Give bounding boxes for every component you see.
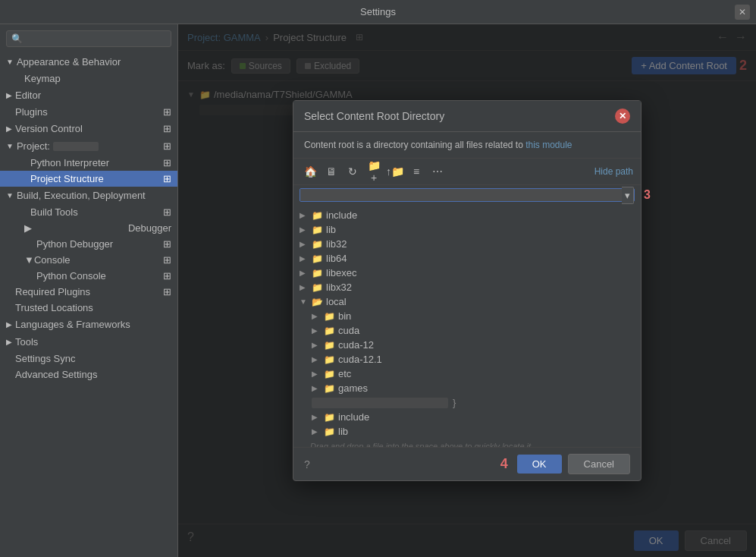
toolbar-refresh-button[interactable]: ↻ <box>343 163 362 180</box>
blurred-brace: } <box>453 397 456 408</box>
tree-arrow-icon: ▶ <box>300 269 309 277</box>
sidebar-label: Settings Sync <box>15 353 76 364</box>
sidebar-item-required-plugins[interactable]: Required Plugins ⊞ <box>0 284 177 300</box>
tree-item[interactable]: ▶ 📁 cuda <box>300 323 635 338</box>
sidebar-label: Build, Execution, Deployment <box>17 190 146 201</box>
arrow-icon: ▼ <box>6 142 14 150</box>
dialog-ok-button[interactable]: OK <box>517 455 562 474</box>
sidebar-item-python-debugger[interactable]: Python Debugger ⊞ <box>0 236 177 252</box>
tree-arrow-icon: ▶ <box>312 384 321 392</box>
path-input-blurred <box>300 189 634 201</box>
search-input[interactable] <box>6 30 171 47</box>
tree-arrow-icon: ▶ <box>312 413 321 421</box>
dialog-cancel-button[interactable]: Cancel <box>568 454 630 474</box>
tree-arrow-icon: ▶ <box>312 427 321 436</box>
folder-icon: 📁 <box>312 239 323 250</box>
dialog-close-button[interactable]: ✕ <box>615 109 630 124</box>
folder-icon: 📁 <box>324 369 335 379</box>
tree-item-label: libx32 <box>326 282 352 293</box>
path-dropdown-button[interactable]: ▾ <box>622 187 634 204</box>
tree-item[interactable]: ▶ 📁 include <box>300 208 635 222</box>
folder-icon: 📁 <box>312 225 323 235</box>
folder-icon: 📁 <box>324 426 335 437</box>
badge-icon: ⊞ <box>163 254 171 266</box>
sidebar-label: Project: <box>17 140 50 152</box>
folder-icon: 📁 <box>324 311 335 322</box>
sidebar-item-keymap[interactable]: Keymap <box>0 71 177 87</box>
dialog: Select Content Root Directory ✕ Content … <box>293 100 642 481</box>
tree-item[interactable]: ▶ 📁 lib32 <box>300 237 635 251</box>
sidebar-item-build-execution[interactable]: ▼ Build, Execution, Deployment <box>0 187 177 204</box>
toolbar-collapse-button[interactable]: ≡ <box>407 163 425 180</box>
arrow-icon: ▼ <box>24 254 34 266</box>
sidebar-item-python-interpreter[interactable]: Python Interpreter ⊞ <box>0 155 177 171</box>
tree-item[interactable]: ▶ 📁 lib <box>300 222 635 237</box>
tree-item[interactable]: ▶ 📁 games <box>300 381 635 395</box>
modal-overlay: Select Content Root Directory ✕ Content … <box>178 24 756 557</box>
sidebar-item-trusted-locations[interactable]: Trusted Locations <box>0 300 177 316</box>
toolbar-more-button[interactable]: ⋯ <box>428 163 447 180</box>
sidebar-label: Advanced Settings <box>15 369 97 380</box>
badge-icon: ⊞ <box>163 173 171 184</box>
tree-arrow-icon: ▶ <box>300 254 309 263</box>
close-button[interactable]: ✕ <box>735 5 750 20</box>
sidebar-item-tools[interactable]: ▶ Tools <box>0 333 177 351</box>
dialog-path-bar: 3 ▾ <box>293 185 641 205</box>
sidebar-item-languages[interactable]: ▶ Languages & Frameworks <box>0 316 177 333</box>
tree-item-label: lib <box>326 224 336 235</box>
arrow-icon: ▼ <box>6 58 14 66</box>
badge-icon: ⊞ <box>163 157 171 168</box>
toolbar-desktop-button[interactable]: 🖥 <box>322 163 340 180</box>
toolbar-home-button[interactable]: 🏠 <box>301 163 319 180</box>
tree-item[interactable]: ▶ 📁 include <box>300 410 635 424</box>
tree-item-label: cuda <box>338 325 359 336</box>
window-title: Settings <box>360 6 396 17</box>
tree-item[interactable]: ▶ 📁 bin <box>300 309 635 323</box>
tree-item-label: lib <box>338 426 348 437</box>
drag-drop-hint: Drag and drop a file into the space abov… <box>300 439 635 448</box>
sidebar-item-python-console[interactable]: Python Console ⊞ <box>0 268 177 284</box>
sidebar-item-project-structure[interactable]: Project Structure 1 ⊞ <box>0 171 177 187</box>
toolbar-new-folder-button[interactable]: 📁+ <box>365 163 383 180</box>
tree-item[interactable]: ▶ 📁 lib <box>300 424 635 439</box>
tree-item[interactable]: ▶ 📁 libexec <box>300 266 635 280</box>
sidebar-label: Debugger <box>128 222 171 234</box>
badge-icon: ⊞ <box>163 238 171 250</box>
tree-item-label: games <box>338 382 368 394</box>
arrow-icon: ▼ <box>6 191 14 200</box>
toolbar-move-button[interactable]: ↑📁 <box>386 163 404 180</box>
folder-icon: 📁 <box>312 210 323 221</box>
blurred-tree-row: } <box>300 395 635 410</box>
badge-icon: ⊞ <box>163 106 171 118</box>
sidebar-item-project[interactable]: ▼ Project: ⊞ <box>0 137 177 155</box>
content-area: ▼ Appearance & Behavior Keymap ▶ Editor … <box>0 24 756 557</box>
blurred-item <box>312 398 448 408</box>
sidebar-item-version-control[interactable]: ▶ Version Control ⊞ <box>0 120 177 137</box>
sidebar-label: Project Structure <box>30 173 104 184</box>
tree-item[interactable]: ▼ 📂 local <box>300 294 635 309</box>
dialog-title-bar: Select Content Root Directory ✕ <box>293 101 641 132</box>
sidebar-item-plugins[interactable]: Plugins ⊞ <box>0 104 177 120</box>
sidebar-item-appearance[interactable]: ▼ Appearance & Behavior <box>0 53 177 71</box>
main-window: Settings ✕ ▼ Appearance & Behavior Keyma… <box>0 0 756 557</box>
sidebar-item-editor[interactable]: ▶ Editor <box>0 87 177 104</box>
sidebar-item-build-tools[interactable]: Build Tools ⊞ <box>0 204 177 220</box>
tree-item[interactable]: ▶ 📁 cuda-12 <box>300 338 635 352</box>
badge-icon: ⊞ <box>163 286 171 297</box>
tree-item[interactable]: ▶ 📁 lib64 <box>300 251 635 266</box>
tree-item-label: bin <box>338 310 351 322</box>
dialog-toolbar: 🏠 🖥 ↻ 📁+ ↑📁 ≡ ⋯ Hide path <box>293 159 641 185</box>
tree-item[interactable]: ▶ 📁 libx32 <box>300 280 635 294</box>
sidebar-item-console[interactable]: ▼ Console ⊞ <box>0 252 177 268</box>
tree-arrow-icon: ▶ <box>312 370 321 378</box>
tree-item[interactable]: ▶ 📁 etc <box>300 367 635 381</box>
sidebar-item-advanced-settings[interactable]: Advanced Settings <box>0 367 177 382</box>
sidebar-item-debugger[interactable]: ▶ Debugger <box>0 220 177 236</box>
tree-item-label: etc <box>338 368 351 379</box>
hide-path-button[interactable]: Hide path <box>594 166 633 177</box>
dialog-help-icon[interactable]: ? <box>304 458 310 470</box>
tree-item[interactable]: ▶ 📁 cuda-12.1 <box>300 352 635 367</box>
sidebar-item-settings-sync[interactable]: Settings Sync <box>0 351 177 367</box>
tree-arrow-icon: ▶ <box>312 326 321 335</box>
folder-icon: 📁 <box>312 268 323 278</box>
